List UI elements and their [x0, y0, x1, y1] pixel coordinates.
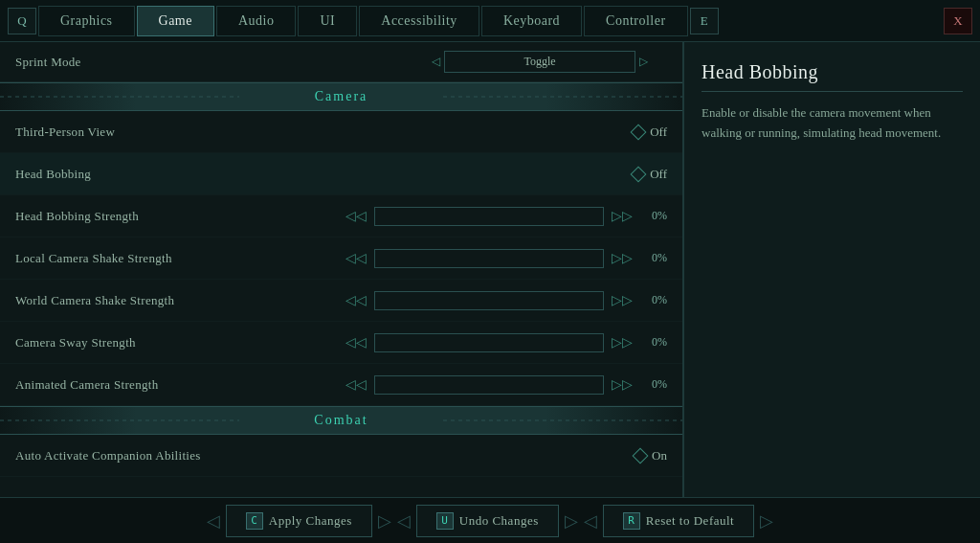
- tab-game[interactable]: Game: [137, 6, 214, 36]
- sep-right-2: ▷: [565, 510, 578, 532]
- camera-section-header: Camera: [0, 82, 682, 111]
- local-camera-shake-slider[interactable]: ◁◁ ▷▷ 0%: [342, 249, 667, 268]
- head-bobbing-strength-label: Head Bobbing Strength: [15, 209, 226, 224]
- head-bobbing-toggle[interactable]: Off: [633, 167, 667, 182]
- third-person-view-value: Off: [650, 124, 667, 140]
- tab-keyboard[interactable]: Keyboard: [481, 6, 582, 36]
- third-person-view-row[interactable]: Third-Person View Off: [0, 111, 682, 153]
- camera-sway-slider[interactable]: ◁◁ ▷▷ 0%: [342, 333, 667, 352]
- head-bobbing-row[interactable]: Head Bobbing Off: [0, 153, 682, 195]
- tab-audio[interactable]: Audio: [216, 6, 297, 36]
- sep-right-3: ▷: [760, 510, 773, 532]
- tab-accessibility[interactable]: Accessibility: [359, 6, 479, 36]
- top-navigation: Q Graphics Game Audio UI Accessibility K…: [0, 0, 980, 42]
- slider-left-arrow-2[interactable]: ◁◁: [342, 250, 370, 266]
- close-button[interactable]: X: [944, 8, 972, 34]
- camera-sway-value: 0%: [640, 335, 667, 350]
- third-person-view-label: Third-Person View: [15, 124, 226, 140]
- apply-changes-button[interactable]: C Apply Changes: [226, 505, 372, 537]
- diamond-icon: [631, 124, 647, 140]
- tab-ui[interactable]: UI: [298, 6, 357, 36]
- camera-sway-row: Camera Sway Strength ◁◁ ▷▷ 0%: [0, 322, 682, 364]
- slider-fill-4: [375, 334, 603, 351]
- slider-fill-2: [375, 250, 603, 267]
- sep-right-1: ▷: [378, 510, 391, 532]
- sprint-mode-row: Sprint Mode ◁ Toggle ▷: [0, 42, 682, 82]
- apply-label: Apply Changes: [269, 513, 352, 529]
- auto-companion-label: Auto Activate Companion Abilities: [15, 448, 226, 464]
- slider-fill-3: [375, 292, 603, 309]
- slider-track[interactable]: [374, 207, 604, 226]
- auto-companion-row[interactable]: Auto Activate Companion Abilities On: [0, 435, 682, 477]
- sep-left-3: ◁: [584, 510, 597, 532]
- undo-label: Undo Changes: [459, 513, 539, 529]
- nav-corner-right[interactable]: E: [690, 8, 719, 34]
- head-bobbing-strength-slider[interactable]: ◁◁ ▷▷ 0%: [342, 207, 667, 226]
- animated-camera-row: Animated Camera Strength ◁◁ ▷▷ 0%: [0, 364, 682, 406]
- animated-camera-slider[interactable]: ◁◁ ▷▷ 0%: [342, 375, 667, 395]
- auto-companion-value: On: [652, 448, 667, 464]
- slider-fill-5: [375, 376, 603, 394]
- main-layout: Sprint Mode ◁ Toggle ▷ Camera Third-Pers…: [0, 42, 980, 497]
- info-panel: Head Bobbing Enable or disable the camer…: [683, 42, 980, 497]
- head-bobbing-strength-row: Head Bobbing Strength ◁◁ ▷▷ 0%: [0, 195, 682, 238]
- slider-right-arrow[interactable]: ▷▷: [608, 208, 636, 224]
- sprint-mode-value: Toggle: [444, 51, 635, 73]
- nav-corner-left[interactable]: Q: [8, 8, 36, 34]
- reset-label: Reset to Default: [646, 513, 734, 529]
- diamond-icon-3: [633, 447, 649, 464]
- reset-to-default-button[interactable]: R Reset to Default: [603, 505, 754, 537]
- world-camera-shake-row: World Camera Shake Strength ◁◁ ▷▷ 0%: [0, 280, 682, 322]
- sprint-mode-control[interactable]: ◁ Toggle ▷: [432, 51, 648, 73]
- world-camera-shake-value: 0%: [640, 293, 667, 307]
- slider-right-arrow-5[interactable]: ▷▷: [608, 376, 636, 393]
- sprint-arrow-left[interactable]: ◁: [432, 55, 440, 69]
- combat-section-header: Combat: [0, 406, 682, 435]
- bottom-bar: ◁ C Apply Changes ▷ ◁ U Undo Changes ▷ ◁…: [0, 497, 980, 543]
- local-camera-shake-value: 0%: [640, 251, 667, 265]
- slider-left-arrow-4[interactable]: ◁◁: [342, 334, 370, 351]
- sep-left-1: ◁: [207, 510, 220, 532]
- diamond-icon-2: [631, 166, 647, 182]
- world-camera-shake-slider[interactable]: ◁◁ ▷▷ 0%: [342, 291, 667, 310]
- slider-track-5[interactable]: [374, 375, 604, 395]
- auto-companion-toggle[interactable]: On: [635, 448, 667, 464]
- local-camera-shake-label: Local Camera Shake Strength: [15, 251, 226, 266]
- head-bobbing-strength-value: 0%: [640, 209, 667, 223]
- third-person-view-toggle[interactable]: Off: [633, 124, 667, 140]
- slider-left-arrow-3[interactable]: ◁◁: [342, 292, 370, 308]
- slider-track-3[interactable]: [374, 291, 604, 310]
- slider-track-4[interactable]: [374, 333, 604, 352]
- undo-key: U: [436, 512, 454, 530]
- animated-camera-label: Animated Camera Strength: [15, 377, 226, 393]
- world-camera-shake-label: World Camera Shake Strength: [15, 293, 226, 308]
- apply-key: C: [246, 512, 263, 530]
- sep-left-2: ◁: [397, 510, 411, 532]
- slider-right-arrow-3[interactable]: ▷▷: [608, 292, 636, 308]
- slider-right-arrow-2[interactable]: ▷▷: [608, 250, 636, 266]
- settings-panel: Sprint Mode ◁ Toggle ▷ Camera Third-Pers…: [0, 42, 683, 497]
- head-bobbing-label: Head Bobbing: [15, 167, 226, 182]
- sprint-mode-label: Sprint Mode: [15, 55, 226, 70]
- animated-camera-value: 0%: [640, 377, 667, 392]
- info-title: Head Bobbing: [702, 61, 963, 92]
- slider-left-arrow[interactable]: ◁◁: [342, 208, 370, 224]
- tab-controller[interactable]: Controller: [584, 6, 688, 36]
- slider-fill: [375, 208, 603, 225]
- tab-graphics[interactable]: Graphics: [38, 6, 135, 36]
- undo-changes-button[interactable]: U Undo Changes: [416, 505, 559, 537]
- reset-key: R: [623, 512, 640, 530]
- local-camera-shake-row: Local Camera Shake Strength ◁◁ ▷▷ 0%: [0, 238, 682, 280]
- sprint-arrow-right[interactable]: ▷: [639, 55, 648, 69]
- camera-sway-label: Camera Sway Strength: [15, 335, 226, 351]
- info-description: Enable or disable the camera movement wh…: [702, 103, 963, 144]
- slider-right-arrow-4[interactable]: ▷▷: [608, 334, 636, 351]
- slider-left-arrow-5[interactable]: ◁◁: [342, 376, 370, 393]
- head-bobbing-value: Off: [650, 167, 667, 182]
- slider-track-2[interactable]: [374, 249, 604, 268]
